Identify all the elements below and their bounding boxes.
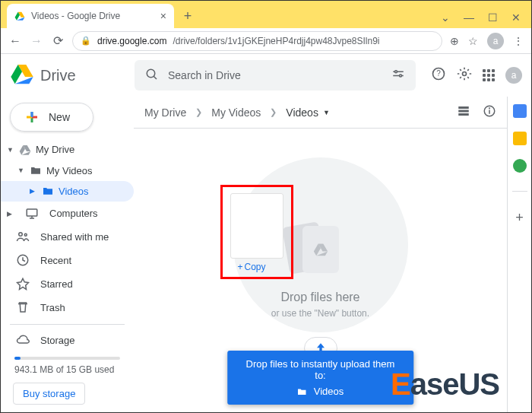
- window-controls: ⌄ — ☐ ✕: [441, 11, 531, 28]
- tab-title: Videos - Google Drive: [31, 11, 154, 21]
- maximize-icon[interactable]: ☐: [488, 11, 498, 24]
- account-avatar[interactable]: a: [505, 67, 522, 84]
- svg-rect-29: [458, 106, 469, 109]
- storage-progress: [14, 357, 120, 360]
- chevron-down-icon[interactable]: ▼: [7, 146, 14, 154]
- info-icon[interactable]: [483, 104, 496, 120]
- chevron-down-icon[interactable]: ▼: [17, 167, 25, 174]
- breadcrumb-label: Videos: [286, 106, 318, 119]
- sidebar-item-recent[interactable]: Recent: [1, 249, 134, 272]
- breadcrumb-item[interactable]: My Drive: [144, 106, 186, 119]
- sidebar-item-videos[interactable]: ▶ Videos: [1, 181, 134, 202]
- storage-text: 943.1 MB of 15 GB used: [1, 364, 134, 375]
- chevron-right-icon: ❯: [195, 107, 202, 117]
- zoom-icon[interactable]: ⊕: [450, 35, 459, 47]
- browser-tab[interactable]: Videos - Google Drive ×: [7, 4, 174, 28]
- drag-ghost: [230, 193, 283, 259]
- svg-point-10: [395, 70, 397, 72]
- breadcrumb-item[interactable]: My Videos: [211, 106, 261, 119]
- drop-zone[interactable]: Drop files here or use the "New" button.…: [199, 142, 442, 378]
- copy-label-text: Copy: [245, 262, 266, 272]
- divider: [10, 324, 125, 325]
- settings-gear-icon[interactable]: [457, 66, 472, 84]
- list-view-icon[interactable]: [457, 104, 470, 120]
- svg-text:?: ?: [436, 69, 441, 78]
- close-window-icon[interactable]: ✕: [511, 11, 521, 24]
- sidebar-label: Shared with me: [40, 231, 109, 243]
- chevron-right-icon: ❯: [270, 107, 277, 117]
- svg-point-6: [147, 69, 155, 78]
- file-stack-icon: [302, 226, 339, 273]
- divider: [512, 191, 527, 192]
- sidebar-label: Computers: [49, 208, 98, 219]
- chevron-right-icon[interactable]: ▶: [7, 210, 14, 218]
- sidebar-item-trash[interactable]: Trash: [1, 296, 134, 319]
- reload-icon[interactable]: ⟳: [51, 33, 65, 48]
- sidebar-label: Trash: [40, 302, 65, 313]
- chevron-down-icon: ▼: [323, 109, 330, 116]
- drive-logo-icon: [10, 62, 34, 89]
- search-options-icon[interactable]: [391, 68, 405, 84]
- banner-text: Drop files to instantly upload them to:: [245, 358, 396, 381]
- new-tab-button[interactable]: +: [177, 5, 198, 27]
- chrome-user-icon[interactable]: ⌄: [441, 11, 450, 24]
- lock-icon: 🔒: [81, 36, 91, 46]
- close-tab-icon[interactable]: ×: [160, 10, 166, 22]
- help-icon[interactable]: ?: [431, 66, 446, 84]
- sidebar-item-computers[interactable]: ▶ Computers: [1, 202, 134, 225]
- sidebar-label: Storage: [40, 335, 75, 346]
- drive-favicon: [14, 11, 25, 21]
- svg-point-25: [19, 233, 23, 237]
- sidebar-item-storage[interactable]: Storage: [1, 329, 134, 352]
- apps-grid-icon[interactable]: [483, 69, 495, 81]
- kebab-menu-icon[interactable]: ⋮: [513, 35, 524, 47]
- search-icon: [145, 68, 159, 84]
- product-title: Drive: [40, 67, 76, 84]
- search-input[interactable]: Search in Drive: [135, 60, 416, 91]
- sidebar-item-shared[interactable]: Shared with me: [1, 225, 134, 249]
- sidebar-label: Recent: [40, 255, 71, 266]
- browser-profile-avatar[interactable]: a: [487, 33, 504, 49]
- calendar-icon[interactable]: [513, 104, 527, 118]
- minimize-icon[interactable]: —: [464, 11, 474, 24]
- sidebar-item-starred[interactable]: Starred: [1, 272, 134, 296]
- tree-label: Videos: [59, 186, 89, 197]
- side-panel: +: [507, 97, 531, 412]
- forward-icon: →: [30, 34, 43, 48]
- back-icon[interactable]: ←: [8, 34, 22, 48]
- drop-title: Drop files here: [280, 291, 359, 304]
- plus-icon: +: [238, 262, 243, 272]
- add-addon-icon[interactable]: +: [515, 210, 524, 226]
- svg-rect-22: [27, 209, 37, 216]
- sidebar-label: Starred: [40, 278, 73, 290]
- tree-label: My Drive: [36, 144, 74, 155]
- main-content: My Drive ❯ My Videos ❯ Videos ▼: [134, 97, 507, 412]
- svg-line-7: [154, 76, 157, 79]
- drop-subtitle: or use the "New" button.: [271, 308, 369, 319]
- browser-toolbar: ← → ⟳ 🔒 drive.google.com /drive/folders/…: [1, 28, 531, 54]
- upload-banner: Drop files to instantly upload them to: …: [227, 351, 414, 405]
- browser-tab-strip: Videos - Google Drive × + ⌄ — ☐ ✕: [1, 1, 531, 28]
- tasks-icon[interactable]: [513, 159, 527, 173]
- chevron-right-icon[interactable]: ▶: [30, 187, 37, 195]
- buy-storage-button[interactable]: Buy storage: [13, 383, 85, 405]
- svg-point-14: [463, 72, 467, 76]
- keep-icon[interactable]: [513, 132, 527, 145]
- url-host: drive.google.com: [97, 36, 166, 46]
- svg-rect-31: [458, 113, 469, 116]
- copy-badge: + Copy: [238, 262, 266, 272]
- sidebar-item-my-videos[interactable]: ▼ My Videos: [1, 160, 134, 181]
- highlight-box: + Copy: [220, 185, 293, 279]
- drive-header: Drive Search in Drive ? a: [1, 54, 531, 97]
- svg-rect-30: [458, 110, 469, 113]
- breadcrumb: My Drive ❯ My Videos ❯ Videos ▼: [134, 97, 507, 129]
- new-button[interactable]: New: [10, 103, 93, 132]
- bookmark-icon[interactable]: ☆: [468, 35, 478, 47]
- svg-point-11: [400, 75, 402, 77]
- address-bar[interactable]: 🔒 drive.google.com /drive/folders/1v1jGK…: [72, 31, 442, 51]
- breadcrumb-current[interactable]: Videos ▼: [286, 106, 329, 119]
- sidebar-item-my-drive[interactable]: ▼ My Drive: [1, 139, 134, 160]
- watermark: EaseUS: [391, 367, 499, 402]
- folder-icon: [297, 386, 308, 397]
- svg-point-34: [489, 108, 490, 109]
